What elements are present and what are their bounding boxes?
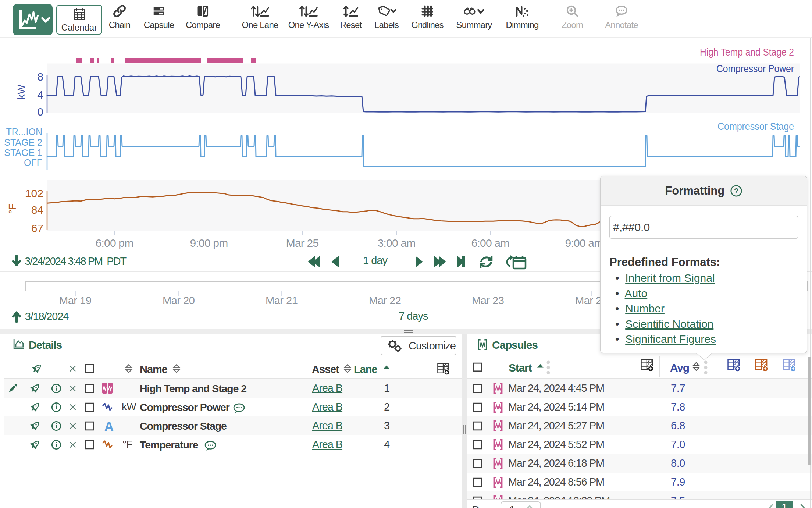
svg-text:TR...ION: TR...ION: [6, 127, 42, 137]
svg-text:102: 102: [25, 187, 43, 199]
svg-text:6:00 am: 6:00 am: [471, 237, 509, 249]
svg-text:Mar 25: Mar 25: [286, 237, 319, 249]
svg-text:OFF: OFF: [24, 157, 42, 168]
svg-text:High Temp and Stage 2: High Temp and Stage 2: [700, 46, 794, 58]
svg-text:67: 67: [31, 222, 43, 234]
svg-text:0: 0: [37, 106, 43, 118]
svg-text:STAGE 2: STAGE 2: [4, 137, 42, 148]
svg-text:9:00 pm: 9:00 pm: [190, 237, 228, 249]
svg-text:Compressor Stage: Compressor Stage: [717, 120, 794, 132]
svg-text:84: 84: [31, 204, 43, 216]
svg-text:4: 4: [37, 89, 43, 101]
svg-text:9:00 am: 9:00 am: [565, 237, 603, 249]
svg-text:8: 8: [37, 71, 43, 83]
svg-text:°F: °F: [7, 203, 18, 214]
svg-text:STAGE 1: STAGE 1: [4, 148, 42, 158]
svg-text:?: ?: [734, 187, 738, 195]
svg-text:kW: kW: [15, 84, 27, 99]
svg-text:3:00 am: 3:00 am: [378, 237, 416, 249]
svg-text:Compressor Power: Compressor Power: [716, 63, 794, 74]
svg-text:6:00 pm: 6:00 pm: [96, 237, 133, 249]
